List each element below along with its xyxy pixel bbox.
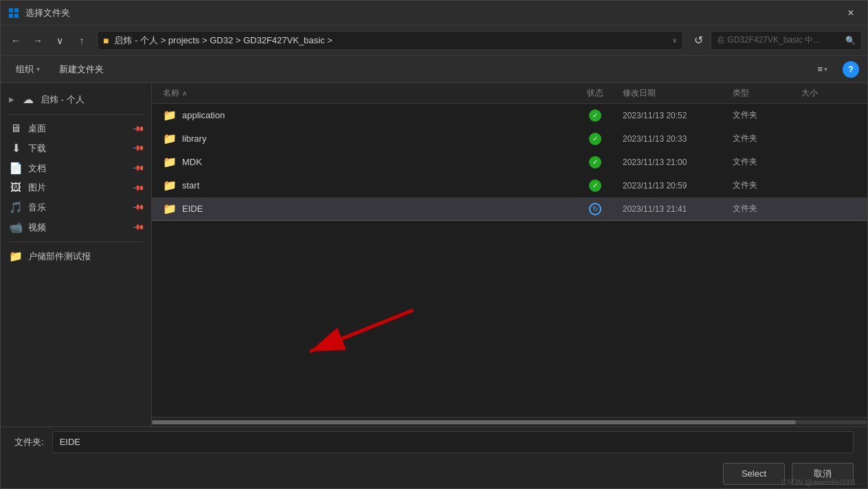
sidebar-cloud-label: 启炜 - 个人 — [41, 94, 143, 106]
refresh-button[interactable]: ↺ — [689, 31, 708, 50]
sidebar-item-storage[interactable]: 📁 户储部件测试报 — [1, 246, 151, 266]
address-bar[interactable]: ■ 启炜 - 个人 > projects > GD32 > GD32F427VK… — [97, 31, 683, 50]
status-eide: ↻ — [568, 203, 623, 215]
breadcrumb-dropdown-icon: ∨ — [672, 36, 677, 44]
cloud-icon: ☁ — [21, 93, 35, 106]
folder-icon-eide: 📁 — [163, 202, 177, 215]
file-row-mdk[interactable]: 📁 MDK ✓ 2023/11/13 21:00 文件夹 — [152, 151, 867, 174]
sidebar-item-documents[interactable]: 📄 文档 📌 — [1, 158, 151, 178]
sidebar-documents-label: 文档 — [28, 162, 128, 175]
sort-arrow-icon: ∧ — [182, 89, 187, 97]
main-area: ▶ ☁ 启炜 - 个人 🖥 桌面 📌 ⬇ 下载 📌 📄 文档 📌 🖼 — [1, 83, 867, 426]
date-eide: 2023/11/13 21:41 — [623, 204, 733, 214]
folder-input[interactable] — [52, 431, 854, 453]
file-row-application[interactable]: 📁 application ✓ 2023/11/13 20:52 文件夹 — [152, 104, 867, 127]
view-dropdown-icon: ▾ — [824, 65, 827, 73]
button-row: Select 取消 — [14, 463, 854, 485]
svg-rect-1 — [14, 8, 19, 12]
status-application: ✓ — [568, 109, 623, 122]
view-toggle-button[interactable]: ≡ ▾ — [812, 61, 833, 77]
date-mdk: 2023/11/13 21:00 — [623, 157, 733, 167]
pin-icon-videos: 📌 — [131, 221, 144, 234]
date-library: 2023/11/13 20:33 — [623, 134, 733, 144]
bottom-bar: 文件夹: Select 取消 — [1, 426, 867, 488]
scrollbar-track — [152, 420, 867, 424]
forward-button[interactable]: → — [28, 31, 47, 50]
breadcrumb-text: 启炜 - 个人 > projects > GD32 > GD32F427VK_b… — [114, 34, 669, 47]
pin-icon-pictures: 📌 — [131, 181, 144, 194]
expand-arrow-icon: ▶ — [9, 96, 14, 103]
header-date: 修改日期 — [623, 87, 733, 99]
title-bar: 选择文件夹 × — [1, 1, 867, 25]
file-area-wrapper: 名称 ∧ 状态 修改日期 类型 大小 — [152, 83, 867, 426]
file-row-eide[interactable]: 📁 EIDE ↻ 2023/11/13 21:41 文件夹 — [152, 197, 867, 221]
organize-button[interactable]: 组织 ▾ — [9, 61, 47, 78]
sidebar-divider-1 — [9, 114, 143, 115]
navigation-toolbar: ← → ∨ ↑ ■ 启炜 - 个人 > projects > GD32 > GD… — [1, 25, 867, 56]
new-folder-label: 新建文件夹 — [59, 63, 104, 76]
sidebar-pictures-label: 图片 — [28, 182, 128, 194]
status-start: ✓ — [568, 180, 623, 192]
folder-icon-start: 📁 — [163, 179, 177, 192]
sidebar-item-pictures[interactable]: 🖼 图片 📌 — [1, 178, 151, 197]
folder-input-row: 文件夹: — [14, 431, 854, 453]
svg-rect-3 — [14, 14, 19, 18]
pictures-icon: 🖼 — [9, 182, 23, 194]
help-button[interactable]: ? — [843, 61, 859, 78]
pin-icon-music: 📌 — [131, 201, 144, 214]
type-application: 文件夹 — [733, 109, 801, 121]
sidebar-item-downloads[interactable]: ⬇ 下载 📌 — [1, 138, 151, 158]
actions-toolbar: 组织 ▾ 新建文件夹 ≡ ▾ ? — [1, 56, 867, 83]
sidebar: ▶ ☁ 启炜 - 个人 🖥 桌面 📌 ⬇ 下载 📌 📄 文档 📌 🖼 — [1, 83, 152, 426]
folder-icon-mdk: 📁 — [163, 155, 177, 169]
file-list-header: 名称 ∧ 状态 修改日期 类型 大小 — [152, 83, 867, 104]
dialog-title: 选择文件夹 — [25, 7, 841, 19]
header-size: 大小 — [801, 87, 856, 99]
scrollbar-thumb — [152, 420, 796, 424]
check-icon-library: ✓ — [589, 133, 601, 145]
file-area: 名称 ∧ 状态 修改日期 类型 大小 — [152, 83, 867, 426]
folder-label: 文件夹: — [14, 436, 44, 448]
sidebar-downloads-label: 下载 — [28, 142, 128, 155]
pin-icon-downloads: 📌 — [131, 142, 144, 155]
organize-label: 组织 — [16, 63, 34, 76]
dropdown-button[interactable]: ∨ — [50, 31, 69, 50]
desktop-icon: 🖥 — [9, 122, 23, 135]
folder-icon-library: 📁 — [163, 132, 177, 145]
check-icon-mdk: ✓ — [589, 156, 601, 169]
check-icon-application: ✓ — [589, 109, 601, 122]
app-icon — [8, 7, 20, 19]
date-start: 2023/11/13 20:59 — [623, 181, 733, 191]
header-status: 状态 — [568, 87, 623, 99]
videos-icon: 📹 — [9, 221, 23, 234]
type-start: 文件夹 — [733, 180, 801, 191]
file-list: 📁 application ✓ 2023/11/13 20:52 文件夹 📁 l… — [152, 104, 867, 417]
header-name[interactable]: 名称 ∧ — [163, 87, 568, 99]
select-button[interactable]: Select — [723, 463, 785, 485]
new-folder-button[interactable]: 新建文件夹 — [52, 61, 111, 78]
svg-rect-0 — [9, 8, 13, 12]
status-library: ✓ — [568, 133, 623, 145]
sidebar-item-videos[interactable]: 📹 视频 📌 — [1, 217, 151, 237]
search-icon: 🔍 — [845, 36, 856, 45]
close-button[interactable]: × — [841, 3, 860, 23]
file-name-library: library — [182, 133, 568, 144]
type-library: 文件夹 — [733, 133, 801, 144]
back-button[interactable]: ← — [6, 31, 25, 50]
sidebar-item-cloud[interactable]: ▶ ☁ 启炜 - 个人 — [1, 89, 151, 110]
search-bar[interactable]: 在 GD32F427VK_basic 中... 🔍 — [711, 31, 862, 50]
up-button[interactable]: ↑ — [72, 31, 91, 50]
search-placeholder: 在 GD32F427VK_basic 中... — [717, 34, 820, 46]
horizontal-scrollbar[interactable] — [152, 417, 867, 426]
file-row-start[interactable]: 📁 start ✓ 2023/11/13 20:59 文件夹 — [152, 174, 867, 197]
file-row-library[interactable]: 📁 library ✓ 2023/11/13 20:33 文件夹 — [152, 127, 867, 151]
file-name-eide: EIDE — [182, 204, 568, 214]
pin-icon-documents: 📌 — [131, 162, 144, 175]
date-application: 2023/11/13 20:52 — [623, 111, 733, 120]
sidebar-divider-2 — [9, 241, 143, 242]
type-mdk: 文件夹 — [733, 156, 801, 168]
sidebar-item-music[interactable]: 🎵 音乐 📌 — [1, 197, 151, 217]
dialog-window: 选择文件夹 × ← → ∨ ↑ ■ 启炜 - 个人 > projects > G… — [0, 0, 868, 489]
sidebar-item-desktop[interactable]: 🖥 桌面 📌 — [1, 119, 151, 138]
sidebar-desktop-label: 桌面 — [28, 122, 128, 135]
